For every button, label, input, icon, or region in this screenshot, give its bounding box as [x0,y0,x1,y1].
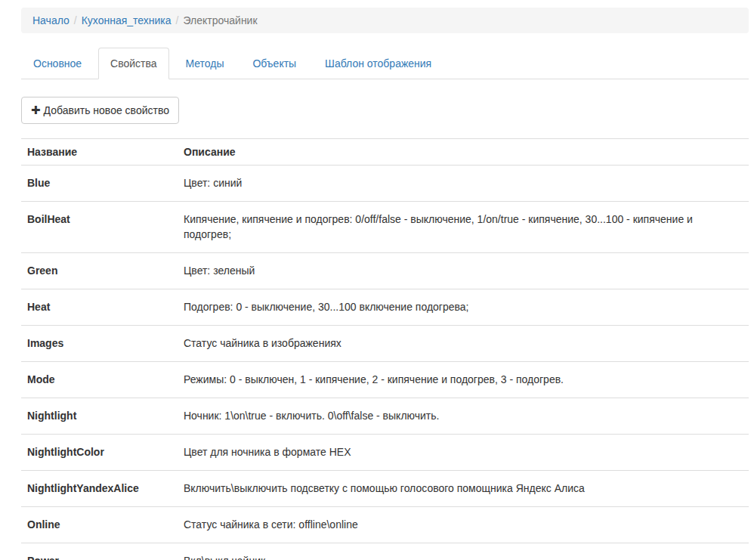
tab-main: Основное [21,48,94,79]
property-description: Цвет: синий [178,166,749,202]
property-description: Режимы: 0 - выключен, 1 - кипячение, 2 -… [178,362,749,398]
tab-bar: Основное Свойства Методы Объекты Шаблон … [21,48,749,79]
tab-methods: Методы [173,48,236,79]
table-row: Power Вкл\выкл чайник [21,543,749,560]
tab-objects-link[interactable]: Объекты [240,48,308,79]
tab-methods-link[interactable]: Методы [173,48,236,79]
page: Начало / Кухонная_техника /Электрочайник… [0,0,754,560]
tab-display-template-link[interactable]: Шаблон отображения [313,48,443,79]
table-row: Images Статус чайника в изображениях [21,326,749,362]
property-name[interactable]: Mode [21,362,178,398]
property-name[interactable]: Blue [21,166,178,202]
table-row: Mode Режимы: 0 - выключен, 1 - кипячение… [21,362,749,398]
property-description: Кипячение, кипячение и подогрев: 0/off/f… [178,202,749,253]
property-name[interactable]: BoilHeat [21,202,178,253]
add-property-label: Добавить новое свойство [44,104,169,116]
breadcrumb-current: Электрочайник [183,13,257,28]
property-description: Цвет для ночника в формате HEX [178,435,749,471]
property-name[interactable]: Green [21,253,178,289]
tab-main-link[interactable]: Основное [21,48,94,79]
breadcrumb: Начало / Кухонная_техника /Электрочайник [21,8,749,33]
breadcrumb-item-home: Начало [32,13,70,28]
column-header-name: Название [21,139,178,166]
table-row: Blue Цвет: синий [21,166,749,202]
property-description: Подогрев: 0 - выключение, 30...100 включ… [178,289,749,326]
content-container: Начало / Кухонная_техника /Электрочайник… [21,8,749,560]
tab-objects: Объекты [240,48,308,79]
breadcrumb-separator: / [172,13,184,28]
tab-display-template: Шаблон отображения [313,48,443,79]
property-description: Включить\выключить подсветку с помощью г… [178,471,749,507]
property-name[interactable]: NightlightYandexAlice [21,471,178,507]
property-name[interactable]: Power [21,543,178,560]
breadcrumb-separator: / [70,13,82,28]
table-row: Green Цвет: зеленый [21,253,749,289]
column-header-description: Описание [178,139,749,166]
property-description: Цвет: зеленый [178,253,749,289]
breadcrumb-link-kitchen[interactable]: Кухонная_техника [82,14,172,26]
properties-table: Название Описание Blue Цвет: синий BoilH… [21,138,749,560]
tab-properties-link[interactable]: Свойства [98,48,168,79]
property-description: Статус чайника в сети: offline\online [178,507,749,543]
breadcrumb-item-kitchen: Кухонная_техника [82,13,172,28]
table-row: NightlightYandexAlice Включить\выключить… [21,471,749,507]
tab-properties: Свойства [98,48,168,79]
table-row: Heat Подогрев: 0 - выключение, 30...100 … [21,289,749,326]
property-name[interactable]: NightlightColor [21,435,178,471]
table-row: NightlightColor Цвет для ночника в форма… [21,435,749,471]
property-description: Ночник: 1\on\true - включить. 0\off\fals… [178,398,749,435]
breadcrumb-link-home[interactable]: Начало [32,14,70,26]
add-property-button[interactable]: ✚Добавить новое свойство [21,97,179,124]
table-row: BoilHeat Кипячение, кипячение и подогрев… [21,202,749,253]
property-name[interactable]: Images [21,326,178,362]
property-name[interactable]: Heat [21,289,178,326]
property-name[interactable]: Online [21,507,178,543]
property-description: Вкл\выкл чайник [178,543,749,560]
table-row: Nightlight Ночник: 1\on\true - включить.… [21,398,749,435]
property-name[interactable]: Nightlight [21,398,178,435]
table-row: Online Статус чайника в сети: offline\on… [21,507,749,543]
plus-icon: ✚ [31,104,41,116]
table-header-row: Название Описание [21,139,749,166]
property-description: Статус чайника в изображениях [178,326,749,362]
